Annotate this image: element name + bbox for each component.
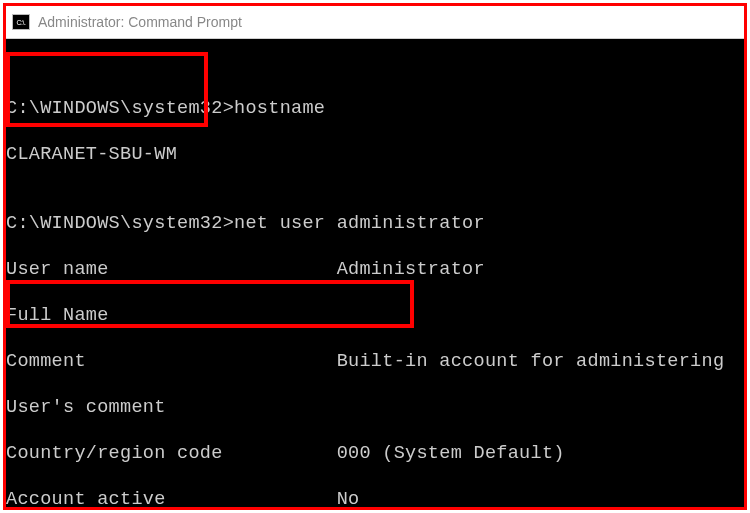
terminal-line: User name Administrator	[6, 258, 744, 281]
window-title: Administrator: Command Prompt	[38, 14, 242, 30]
terminal-line: Account active No	[6, 488, 744, 507]
terminal-line: Country/region code 000 (System Default)	[6, 442, 744, 465]
terminal-line: C:\WINDOWS\system32>net user administrat…	[6, 212, 744, 235]
terminal-line: C:\WINDOWS\system32>hostname	[6, 97, 744, 120]
cmd-icon-label: C:\.	[17, 19, 26, 26]
terminal-line: Comment Built-in account for administeri…	[6, 350, 744, 373]
command-prompt-window: C:\. Administrator: Command Prompt C:\WI…	[6, 6, 744, 507]
terminal-line: CLARANET-SBU-WM	[6, 143, 744, 166]
titlebar[interactable]: C:\. Administrator: Command Prompt	[6, 6, 744, 39]
screenshot-highlight-border: C:\. Administrator: Command Prompt C:\WI…	[3, 3, 747, 510]
terminal-output[interactable]: C:\WINDOWS\system32>hostname CLARANET-SB…	[6, 39, 744, 507]
terminal-line: User's comment	[6, 396, 744, 419]
terminal-line: Full Name	[6, 304, 744, 327]
cmd-icon: C:\.	[12, 14, 30, 30]
